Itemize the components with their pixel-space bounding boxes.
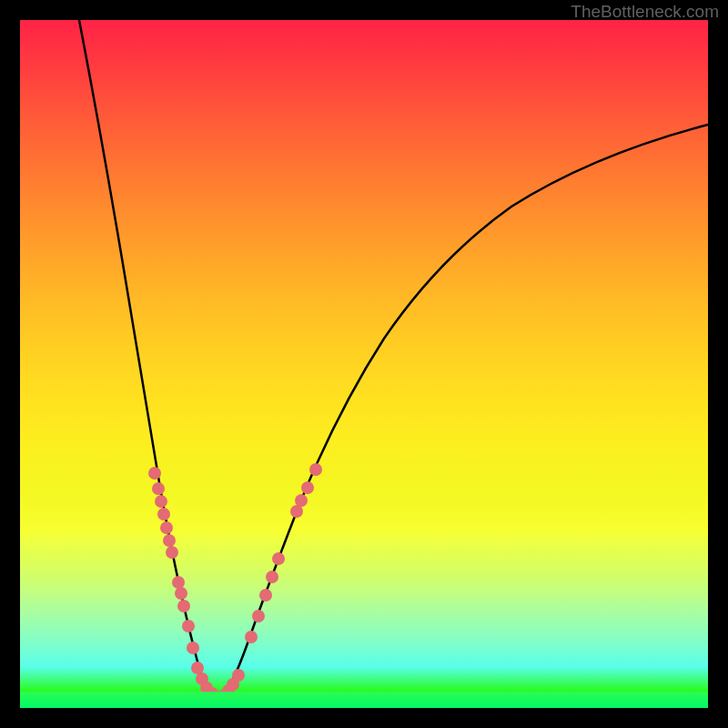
svg-point-24: [266, 571, 278, 583]
svg-point-26: [290, 505, 303, 518]
svg-point-0: [148, 467, 161, 480]
svg-point-22: [252, 610, 265, 622]
svg-point-28: [301, 481, 314, 494]
svg-point-4: [160, 521, 173, 534]
watermark-text: TheBottleneck.com: [571, 2, 719, 22]
svg-point-3: [157, 508, 170, 521]
svg-point-11: [187, 642, 199, 654]
optimal-zone-strip: [20, 692, 708, 708]
svg-point-27: [295, 494, 308, 507]
svg-point-6: [166, 546, 178, 559]
svg-point-5: [163, 534, 176, 547]
chart-plot-area: [20, 20, 708, 708]
dot-cluster-right: [245, 463, 322, 643]
curve-right-branch: [222, 125, 708, 697]
svg-point-29: [309, 463, 322, 476]
svg-point-7: [172, 576, 185, 589]
svg-point-20: [232, 669, 245, 682]
svg-point-9: [177, 600, 190, 612]
svg-point-1: [152, 482, 165, 495]
svg-point-8: [175, 587, 187, 600]
svg-point-12: [191, 662, 204, 674]
svg-point-10: [182, 620, 195, 632]
svg-point-23: [259, 589, 272, 602]
svg-point-25: [272, 552, 285, 565]
curve-left-branch: [79, 20, 222, 700]
svg-point-21: [245, 631, 258, 643]
svg-point-2: [155, 495, 167, 508]
bottleneck-curve-svg: [20, 20, 708, 708]
